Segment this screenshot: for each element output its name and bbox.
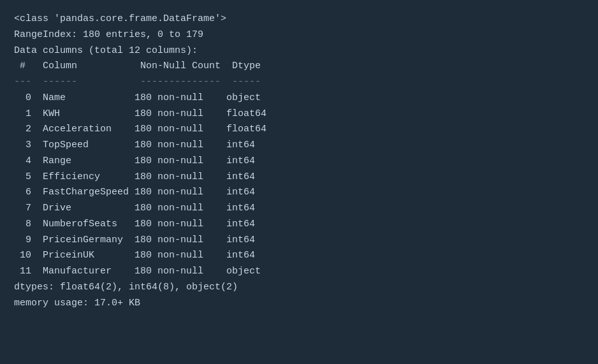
- data-rows: 0 Name 180 non-null object 1 KWH 180 non…: [14, 91, 584, 280]
- separator-line: --- ------ -------------- -----: [14, 75, 584, 91]
- column-header: # Column Non-Null Count Dtype: [14, 59, 584, 75]
- rangeindex-line: RangeIndex: 180 entries, 0 to 179: [14, 27, 584, 43]
- data-columns-line: Data columns (total 12 columns):: [14, 43, 584, 59]
- table-row: 0 Name 180 non-null object: [14, 91, 584, 106]
- dtypes-line: dtypes: float64(2), int64(8), object(2): [14, 280, 584, 296]
- table-row: 8 NumberofSeats 180 non-null int64: [14, 217, 584, 233]
- table-row: 4 Range 180 non-null int64: [14, 154, 584, 170]
- terminal-output: <class 'pandas.core.frame.DataFrame'> Ra…: [14, 11, 584, 311]
- table-row: 6 FastChargeSpeed 180 non-null int64: [14, 185, 584, 201]
- class-line: <class 'pandas.core.frame.DataFrame'>: [14, 11, 584, 27]
- table-row: 10 PriceinUK 180 non-null int64: [14, 248, 584, 264]
- table-row: 7 Drive 180 non-null int64: [14, 201, 584, 217]
- table-row: 11 Manufacturer 180 non-null object: [14, 264, 584, 280]
- memory-line: memory usage: 17.0+ KB: [14, 296, 584, 312]
- table-row: 9 PriceinGermany 180 non-null int64: [14, 233, 584, 249]
- table-row: 5 Efficiency 180 non-null int64: [14, 170, 584, 186]
- table-row: 1 KWH 180 non-null float64: [14, 106, 584, 122]
- table-row: 2 Acceleration 180 non-null float64: [14, 122, 584, 138]
- table-row: 3 TopSpeed 180 non-null int64: [14, 138, 584, 154]
